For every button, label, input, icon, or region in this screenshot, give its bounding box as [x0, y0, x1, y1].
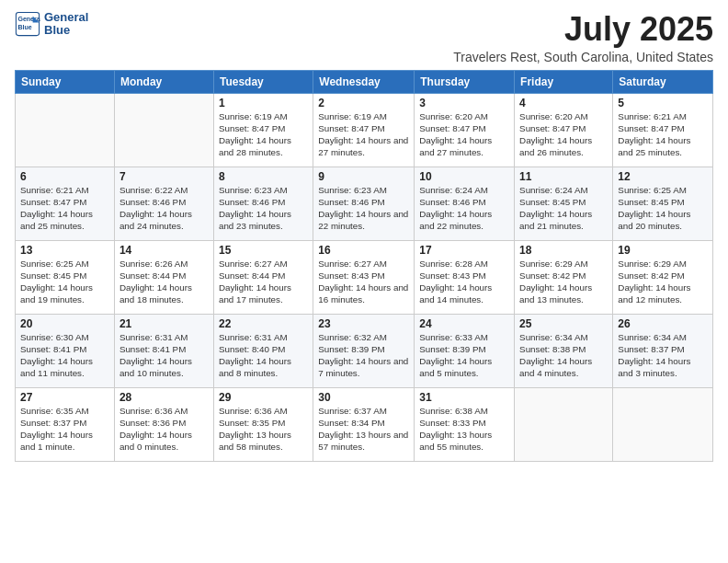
calendar-week-4: 27Sunrise: 6:35 AMSunset: 8:37 PMDayligh… [16, 387, 713, 461]
day-number: 17 [419, 244, 509, 257]
day-number: 15 [219, 244, 308, 257]
day-number: 2 [318, 97, 409, 109]
col-header-tuesday: Tuesday [213, 70, 313, 93]
day-number: 31 [419, 391, 509, 404]
day-info: Sunrise: 6:29 AMSunset: 8:42 PMDaylight:… [618, 258, 708, 306]
subtitle: Travelers Rest, South Carolina, United S… [453, 50, 713, 64]
day-number: 29 [219, 391, 308, 404]
day-number: 21 [119, 317, 209, 330]
day-number: 27 [20, 391, 109, 404]
col-header-thursday: Thursday [415, 70, 515, 93]
day-info: Sunrise: 6:26 AMSunset: 8:44 PMDaylight:… [119, 258, 209, 306]
day-number: 3 [419, 97, 509, 109]
day-info: Sunrise: 6:36 AMSunset: 8:36 PMDaylight:… [119, 405, 209, 454]
day-number: 9 [318, 170, 409, 183]
calendar-cell: 21Sunrise: 6:31 AMSunset: 8:41 PMDayligh… [114, 314, 213, 387]
calendar-cell: 29Sunrise: 6:36 AMSunset: 8:35 PMDayligh… [213, 387, 313, 461]
calendar-cell: 2Sunrise: 6:19 AMSunset: 8:47 PMDaylight… [313, 93, 415, 167]
day-info: Sunrise: 6:30 AMSunset: 8:41 PMDaylight:… [20, 331, 109, 380]
day-info: Sunrise: 6:27 AMSunset: 8:43 PMDaylight:… [318, 258, 409, 306]
calendar-cell: 1Sunrise: 6:19 AMSunset: 8:47 PMDaylight… [213, 93, 313, 167]
logo-text: General Blue [44, 11, 88, 38]
calendar-cell: 4Sunrise: 6:20 AMSunset: 8:47 PMDaylight… [515, 93, 613, 167]
day-info: Sunrise: 6:23 AMSunset: 8:46 PMDaylight:… [318, 184, 409, 233]
calendar-cell: 8Sunrise: 6:23 AMSunset: 8:46 PMDaylight… [213, 167, 313, 240]
day-number: 10 [419, 170, 509, 183]
calendar-cell: 22Sunrise: 6:31 AMSunset: 8:40 PMDayligh… [213, 314, 313, 387]
day-info: Sunrise: 6:32 AMSunset: 8:39 PMDaylight:… [318, 331, 409, 380]
day-info: Sunrise: 6:21 AMSunset: 8:47 PMDaylight:… [618, 110, 708, 159]
day-info: Sunrise: 6:21 AMSunset: 8:47 PMDaylight:… [20, 184, 109, 233]
day-info: Sunrise: 6:31 AMSunset: 8:40 PMDaylight:… [219, 331, 308, 380]
day-info: Sunrise: 6:24 AMSunset: 8:45 PMDaylight:… [519, 184, 608, 233]
col-header-sunday: Sunday [16, 70, 115, 93]
main-title: July 2025 [453, 11, 713, 48]
calendar-cell: 31Sunrise: 6:38 AMSunset: 8:33 PMDayligh… [415, 387, 515, 461]
day-number: 6 [20, 170, 109, 183]
day-number: 22 [219, 317, 308, 330]
day-number: 18 [519, 244, 608, 257]
day-info: Sunrise: 6:33 AMSunset: 8:39 PMDaylight:… [419, 331, 509, 380]
day-number: 24 [419, 317, 509, 330]
day-info: Sunrise: 6:29 AMSunset: 8:42 PMDaylight:… [519, 258, 608, 306]
day-number: 12 [618, 170, 708, 183]
day-info: Sunrise: 6:22 AMSunset: 8:46 PMDaylight:… [119, 184, 209, 233]
logo-icon: General Blue [15, 11, 40, 37]
calendar-cell: 10Sunrise: 6:24 AMSunset: 8:46 PMDayligh… [415, 167, 515, 240]
calendar-cell: 27Sunrise: 6:35 AMSunset: 8:37 PMDayligh… [16, 387, 115, 461]
calendar-cell: 3Sunrise: 6:20 AMSunset: 8:47 PMDaylight… [415, 93, 515, 167]
day-info: Sunrise: 6:20 AMSunset: 8:47 PMDaylight:… [519, 110, 608, 159]
calendar-cell [114, 93, 213, 167]
calendar-cell: 9Sunrise: 6:23 AMSunset: 8:46 PMDaylight… [313, 167, 415, 240]
day-info: Sunrise: 6:19 AMSunset: 8:47 PMDaylight:… [318, 110, 409, 159]
calendar-cell: 16Sunrise: 6:27 AMSunset: 8:43 PMDayligh… [313, 240, 415, 314]
calendar-cell: 12Sunrise: 6:25 AMSunset: 8:45 PMDayligh… [613, 167, 713, 240]
calendar-cell: 5Sunrise: 6:21 AMSunset: 8:47 PMDaylight… [613, 93, 713, 167]
calendar-cell: 19Sunrise: 6:29 AMSunset: 8:42 PMDayligh… [613, 240, 713, 314]
day-info: Sunrise: 6:35 AMSunset: 8:37 PMDaylight:… [20, 405, 109, 454]
calendar-cell: 24Sunrise: 6:33 AMSunset: 8:39 PMDayligh… [415, 314, 515, 387]
calendar-week-1: 6Sunrise: 6:21 AMSunset: 8:47 PMDaylight… [16, 167, 713, 240]
calendar-week-3: 20Sunrise: 6:30 AMSunset: 8:41 PMDayligh… [16, 314, 713, 387]
day-number: 25 [519, 317, 608, 330]
calendar-week-0: 1Sunrise: 6:19 AMSunset: 8:47 PMDaylight… [16, 93, 713, 167]
day-info: Sunrise: 6:31 AMSunset: 8:41 PMDaylight:… [119, 331, 209, 380]
header: General Blue General Blue July 2025 Trav… [15, 11, 713, 64]
day-info: Sunrise: 6:24 AMSunset: 8:46 PMDaylight:… [419, 184, 509, 233]
day-number: 19 [618, 244, 708, 257]
calendar-table: SundayMondayTuesdayWednesdayThursdayFrid… [15, 70, 713, 462]
day-info: Sunrise: 6:27 AMSunset: 8:44 PMDaylight:… [219, 258, 308, 306]
day-number: 4 [519, 97, 608, 109]
day-info: Sunrise: 6:25 AMSunset: 8:45 PMDaylight:… [20, 258, 109, 306]
day-info: Sunrise: 6:34 AMSunset: 8:38 PMDaylight:… [519, 331, 608, 380]
calendar-cell: 28Sunrise: 6:36 AMSunset: 8:36 PMDayligh… [114, 387, 213, 461]
col-header-wednesday: Wednesday [313, 70, 415, 93]
col-header-saturday: Saturday [613, 70, 713, 93]
calendar-cell: 15Sunrise: 6:27 AMSunset: 8:44 PMDayligh… [213, 240, 313, 314]
day-number: 20 [20, 317, 109, 330]
day-info: Sunrise: 6:37 AMSunset: 8:34 PMDaylight:… [318, 405, 409, 454]
col-header-friday: Friday [515, 70, 613, 93]
day-number: 1 [219, 97, 308, 109]
day-number: 23 [318, 317, 409, 330]
day-number: 16 [318, 244, 409, 257]
day-number: 30 [318, 391, 409, 404]
calendar-cell: 25Sunrise: 6:34 AMSunset: 8:38 PMDayligh… [515, 314, 613, 387]
calendar-cell: 7Sunrise: 6:22 AMSunset: 8:46 PMDaylight… [114, 167, 213, 240]
calendar-header-row: SundayMondayTuesdayWednesdayThursdayFrid… [16, 70, 713, 93]
day-info: Sunrise: 6:34 AMSunset: 8:37 PMDaylight:… [618, 331, 708, 380]
calendar-cell: 17Sunrise: 6:28 AMSunset: 8:43 PMDayligh… [415, 240, 515, 314]
day-number: 26 [618, 317, 708, 330]
day-info: Sunrise: 6:25 AMSunset: 8:45 PMDaylight:… [618, 184, 708, 233]
calendar-cell [515, 387, 613, 461]
day-info: Sunrise: 6:28 AMSunset: 8:43 PMDaylight:… [419, 258, 509, 306]
calendar-cell [16, 93, 115, 167]
svg-text:Blue: Blue [18, 24, 32, 30]
calendar-cell: 18Sunrise: 6:29 AMSunset: 8:42 PMDayligh… [515, 240, 613, 314]
calendar-cell: 26Sunrise: 6:34 AMSunset: 8:37 PMDayligh… [613, 314, 713, 387]
day-info: Sunrise: 6:20 AMSunset: 8:47 PMDaylight:… [419, 110, 509, 159]
col-header-monday: Monday [114, 70, 213, 93]
day-number: 7 [119, 170, 209, 183]
day-number: 5 [618, 97, 708, 109]
title-block: July 2025 Travelers Rest, South Carolina… [453, 11, 713, 64]
